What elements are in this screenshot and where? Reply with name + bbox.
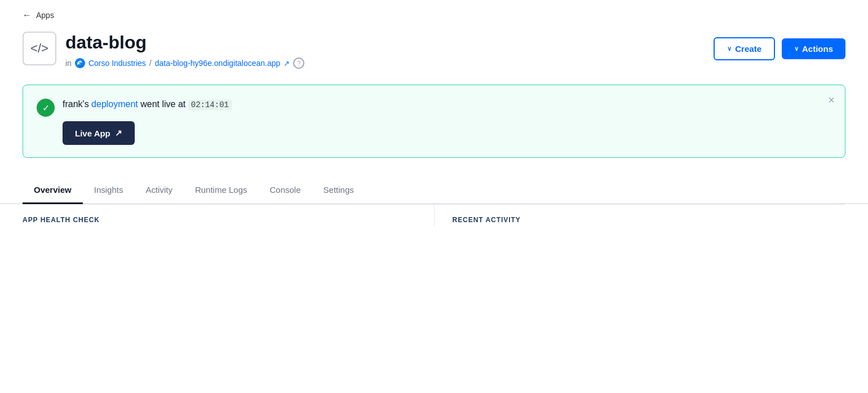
tab-overview[interactable]: Overview bbox=[23, 178, 83, 204]
tab-insights[interactable]: Insights bbox=[83, 178, 135, 204]
page-header: </> data-blog in 🌊 Corso Industries / da… bbox=[0, 26, 868, 69]
app-name: data-blog bbox=[65, 32, 304, 53]
app-icon: </> bbox=[23, 32, 56, 65]
panel-left-title: APP HEALTH CHECK bbox=[23, 216, 416, 224]
tabs-nav: Overview Insights Activity Runtime Logs … bbox=[0, 178, 868, 204]
header-left: </> data-blog in 🌊 Corso Industries / da… bbox=[23, 32, 304, 69]
panel-right-title: RECENT ACTIVITY bbox=[453, 216, 846, 224]
org-icon: 🌊 bbox=[75, 58, 85, 68]
tab-runtime-logs[interactable]: Runtime Logs bbox=[184, 178, 259, 204]
message-mid: went live at bbox=[140, 99, 185, 109]
actions-label: Actions bbox=[802, 44, 833, 54]
tab-console[interactable]: Console bbox=[259, 178, 312, 204]
message-prefix: frank's bbox=[63, 99, 89, 109]
separator: / bbox=[149, 59, 152, 68]
live-app-arrow-icon: ↗ bbox=[115, 128, 122, 138]
actions-button[interactable]: ∨ Actions bbox=[782, 38, 845, 59]
notification-text: frank's deployment went live at 02:14:01 bbox=[63, 98, 232, 111]
notification-body: frank's deployment went live at 02:14:01… bbox=[63, 98, 232, 145]
timestamp: 02:14:01 bbox=[188, 100, 232, 110]
tab-activity[interactable]: Activity bbox=[134, 178, 184, 204]
back-nav[interactable]: ← Apps bbox=[0, 0, 868, 26]
app-url-link[interactable]: data-blog-hy96e.ondigitalocean.app bbox=[155, 59, 281, 68]
header-buttons: ∨ Create ∨ Actions bbox=[714, 37, 845, 60]
ext-link-icon: ↗ bbox=[284, 59, 290, 68]
close-notification-button[interactable]: × bbox=[828, 94, 835, 105]
back-nav-label: Apps bbox=[36, 11, 54, 20]
deployment-link[interactable]: deployment bbox=[91, 99, 138, 109]
app-subtitle: in 🌊 Corso Industries / data-blog-hy96e.… bbox=[65, 58, 304, 69]
create-label: Create bbox=[735, 44, 761, 54]
live-app-button[interactable]: Live App ↗ bbox=[63, 121, 135, 145]
panel-app-health: APP HEALTH CHECK bbox=[23, 204, 435, 226]
app-title-block: data-blog in 🌊 Corso Industries / data-b… bbox=[65, 32, 304, 69]
help-icon[interactable]: ? bbox=[293, 58, 304, 69]
panel-recent-activity: RECENT ACTIVITY bbox=[435, 204, 846, 226]
notification-content: ✓ frank's deployment went live at 02:14:… bbox=[37, 98, 829, 145]
in-label: in bbox=[65, 59, 72, 68]
success-check-icon: ✓ bbox=[37, 99, 55, 117]
back-arrow-icon: ← bbox=[23, 10, 32, 20]
tab-settings[interactable]: Settings bbox=[312, 178, 365, 204]
chevron-down-icon-actions: ∨ bbox=[794, 45, 799, 52]
create-button[interactable]: ∨ Create bbox=[714, 37, 775, 60]
bottom-panels: APP HEALTH CHECK RECENT ACTIVITY bbox=[23, 204, 845, 226]
notification-banner: ✓ frank's deployment went live at 02:14:… bbox=[23, 85, 845, 158]
chevron-down-icon: ∨ bbox=[727, 45, 732, 52]
org-link[interactable]: Corso Industries bbox=[88, 59, 146, 68]
live-app-label: Live App bbox=[75, 129, 110, 138]
